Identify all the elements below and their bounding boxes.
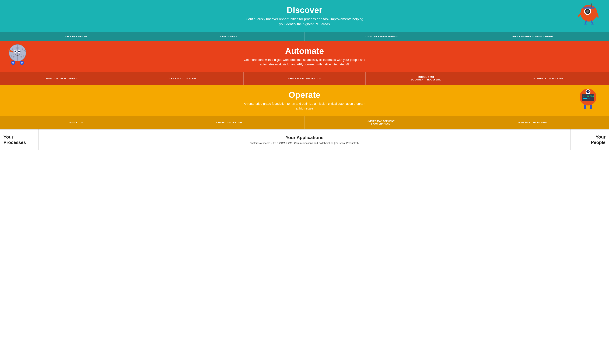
tab-idea-capture-management[interactable]: IDEA CAPTURE & MANAGEMENT [457, 32, 609, 41]
svg-point-21 [14, 51, 16, 52]
discover-section: Discover Continuously uncover opportunit… [0, 0, 609, 32]
svg-text:██████░░░░: ██████░░░░ [583, 98, 590, 99]
footer-section: Your Processes Your Applications Systems… [0, 129, 609, 150]
tab-unified-management-governance[interactable]: UNIFIED MANAGEMENT & GOVERNANCE [305, 116, 457, 129]
operate-nav-tabs: ANALYTICS CONTINUOUS TESTING UNIFIED MAN… [0, 116, 609, 129]
tab-flexible-deployment[interactable]: FLEXIBLE DEPLOYMENT [457, 116, 609, 129]
svg-point-33 [586, 90, 590, 93]
automate-section: Automate Get more done with a digital wo… [0, 41, 609, 72]
svg-rect-36 [590, 105, 592, 109]
operate-section: Operate An enterprise-grade foundation t… [0, 85, 609, 116]
tab-continuous-testing[interactable]: CONTINUOUS TESTING [152, 116, 304, 129]
automate-description: Get more done with a digital workforce t… [238, 58, 371, 67]
svg-point-5 [591, 3, 592, 5]
discover-nav-tabs: PROCESS MINING TASK MINING COMMUNICATION… [0, 32, 609, 41]
automate-nav-tabs: LOW-CODE DEVELOPMENT UI & API AUTOMATION… [0, 72, 609, 85]
svg-point-23 [18, 51, 20, 52]
automate-title: Automate [238, 46, 371, 56]
svg-rect-35 [584, 105, 586, 109]
footer-applications-description: Systems of record – ERP, CRM, HCM | Comm… [42, 142, 567, 144]
tab-intelligent-document-processing[interactable]: INTELLIGENT DOCUMENT PROCESSING [366, 72, 487, 85]
automate-content: Automate Get more done with a digital wo… [238, 46, 371, 67]
discover-content: Discover Continuously uncover opportunit… [243, 5, 366, 27]
tab-low-code-development[interactable]: LOW-CODE DEVELOPMENT [0, 72, 122, 85]
footer-your-processes: Your Processes [0, 130, 39, 150]
tab-task-mining[interactable]: TASK MINING [152, 32, 304, 41]
svg-point-26 [12, 62, 14, 64]
tab-ui-api-automation[interactable]: UI & API AUTOMATION [122, 72, 244, 85]
svg-text:321. 34.550.8: 321. 34.550.8 [583, 95, 594, 97]
tab-process-orchestration[interactable]: PROCESS ORCHESTRATION [244, 72, 365, 85]
footer-your-people: Your People [570, 130, 609, 150]
svg-point-12 [591, 24, 594, 25]
footer-processes-title: Your Processes [3, 134, 35, 145]
operate-title: Operate [243, 90, 366, 100]
svg-point-38 [589, 108, 593, 109]
tab-analytics[interactable]: ANALYTICS [0, 116, 152, 129]
operate-content: Operate An enterprise-grade foundation t… [243, 90, 366, 111]
discover-title: Discover [243, 5, 366, 15]
svg-point-3 [586, 10, 589, 13]
discover-description: Continuously uncover opportunities for p… [243, 17, 366, 27]
tab-process-mining[interactable]: PROCESS MINING [0, 32, 152, 41]
automate-mascot [7, 43, 28, 65]
svg-point-34 [588, 91, 589, 92]
footer-applications-title: Your Applications [42, 135, 567, 140]
svg-line-7 [578, 14, 581, 17]
tab-communications-mining[interactable]: COMMUNICATIONS MINING [305, 32, 457, 41]
svg-point-27 [21, 62, 23, 64]
operate-mascot: 321. 34.550.8 ██████░░░░ [578, 87, 598, 109]
svg-line-8 [597, 14, 598, 17]
footer-your-applications: Your Applications Systems of record – ER… [39, 130, 570, 150]
footer-people-title: Your People [574, 134, 606, 145]
svg-point-11 [584, 24, 587, 25]
tab-integrated-nlp-aiml[interactable]: INTEGRATED NLP & AI/ML [487, 72, 609, 85]
operate-description: An enterprise-grade foundation to run an… [243, 102, 366, 111]
svg-rect-29 [582, 94, 594, 101]
discover-mascot [578, 2, 598, 25]
svg-point-37 [583, 108, 587, 109]
svg-point-6 [583, 6, 595, 9]
